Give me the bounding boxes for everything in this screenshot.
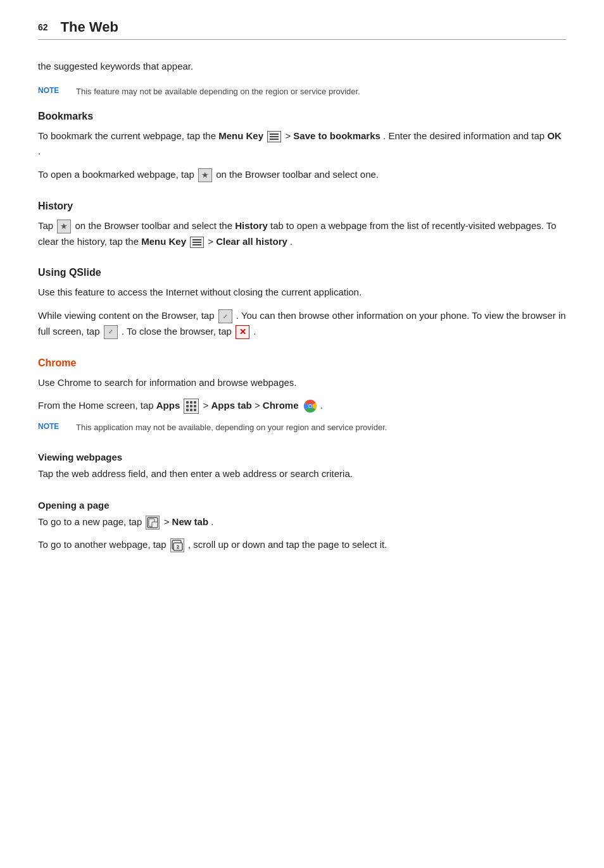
star-icon: ★ [198,168,212,182]
opening-page-para1: To go to a new page, tap > New tab . [38,514,566,530]
history-menu-line-3 [192,244,201,245]
chrome-para2-start: From the Home screen, tap [38,400,156,411]
page-header: 62 The Web [38,19,566,40]
history-tap: Tap [38,220,56,231]
apps-label: Apps [156,400,180,411]
bookmarks-para1-end: . Enter the desired information and tap [383,130,547,141]
viewing-webpages-para: Tap the web address field, and then ente… [38,466,566,482]
chrome-period: . [320,400,323,411]
menu-key-icon [267,131,281,142]
qslide-fullscreen-icon: ⤢ [104,325,118,339]
qslide-para2-final: . [253,326,256,337]
intro-text: the suggested keywords that appear. [38,59,566,74]
bookmarks-para1-start: To bookmark the current webpage, tap the [38,130,218,141]
tab-icon-svg [146,516,159,529]
svg-rect-6 [152,522,158,528]
history-star-icon: ★ [57,220,71,233]
history-menu-lines [191,238,203,247]
bookmarks-menu-key: Menu Key [218,130,263,141]
history-final: . [290,236,293,247]
qslide-heading: Using QSlide [38,267,566,278]
apps-grid [186,400,198,412]
history-menu-line-2 [192,242,201,243]
note-label-1: NOTE [38,85,66,95]
history-para1-middle: on the Browser toolbar and select the [75,220,236,231]
ok-label: OK [547,130,562,141]
bookmarks-para1: To bookmark the current webpage, tap the… [38,128,566,160]
chrome-note-text: This application may not be available, d… [76,421,387,434]
chrome-para1: Use Chrome to search for information and… [38,375,566,391]
opening-page-para2: To go to another webpage, tap 2 , scroll… [38,537,566,553]
bookmarks-heading: Bookmarks [38,111,566,122]
tab2-icon-svg: 2 [171,539,184,552]
bookmarks-para2-start: To open a bookmarked webpage, tap [38,169,197,180]
opening-page-heading: Opening a page [38,500,566,511]
history-arrow: > [208,236,216,247]
history-menu-key-icon [190,237,204,248]
note-text-1: This feature may not be available depend… [76,85,360,98]
close-x-icon: ✕ [236,325,249,339]
section-viewing-webpages: Viewing webpages Tap the web address fie… [38,452,566,482]
opening-page-arrow: > [164,516,172,527]
history-heading: History [38,201,566,212]
apps-icon [184,399,199,414]
bookmarks-para2-end: on the Browser toolbar and select one. [216,169,379,180]
chrome-para2: From the Home screen, tap Apps > Apps ta… [38,398,566,414]
menu-line-2 [270,136,279,137]
history-menu-key: Menu Key [141,236,186,247]
chrome-arrow1: > [203,400,211,411]
bookmarks-para2: To open a bookmarked webpage, tap ★ on t… [38,167,566,183]
chrome-label: Chrome [263,400,299,411]
new-tab-icon [146,516,160,530]
history-para1: Tap ★ on the Browser toolbar and select … [38,218,566,250]
menu-lines [268,132,280,141]
section-qslide: Using QSlide Use this feature to access … [38,267,566,339]
menu-line-1 [270,133,279,135]
svg-point-3 [308,405,311,407]
section-opening-page: Opening a page To go to a new page, tap … [38,500,566,554]
qslide-para2-start: While viewing content on the Browser, ta… [38,310,217,321]
history-bold: History [235,220,268,231]
svg-text:2: 2 [177,544,180,550]
save-to-bookmarks: Save to bookmarks [293,130,381,141]
chrome-note-block: NOTE This application may not be availab… [38,421,566,434]
qslide-para1: Use this feature to access the Internet … [38,285,566,301]
chrome-icon [303,399,318,414]
bookmarks-para1-final: . [38,146,41,156]
note-block-1: NOTE This feature may not be available d… [38,85,566,98]
section-chrome: Chrome Use Chrome to search for informat… [38,357,566,434]
new-tab-label: New tab [172,516,209,527]
history-menu-line-1 [192,239,201,240]
clear-all-history: Clear all history [216,236,287,247]
page-title: The Web [61,19,118,35]
viewing-webpages-heading: Viewing webpages [38,452,566,462]
qslide-para2-end: . To close the browser, tap [122,326,234,337]
chrome-svg-icon [303,399,317,413]
section-bookmarks: Bookmarks To bookmark the current webpag… [38,111,566,183]
tab-2-icon: 2 [170,538,184,552]
qslide-para2: While viewing content on the Browser, ta… [38,308,566,340]
page-number: 62 [38,22,48,32]
qslide-expand-icon: ⤢ [218,309,232,323]
chrome-note-label: NOTE [38,421,66,431]
apps-tab-label: Apps tab [211,400,252,411]
opening-page-para2-start: To go to another webpage, tap [38,539,169,550]
section-history: History Tap ★ on the Browser toolbar and… [38,201,566,250]
chrome-arrow2: > [255,400,263,411]
chrome-heading: Chrome [38,357,566,369]
opening-page-para2-end: , scroll up or down and tap the page to … [188,539,387,550]
bookmarks-arrow1: > [285,130,293,141]
menu-line-3 [270,139,279,140]
opening-page-para1-start: To go to a new page, tap [38,516,144,527]
opening-page-para1-end: . [211,516,213,527]
